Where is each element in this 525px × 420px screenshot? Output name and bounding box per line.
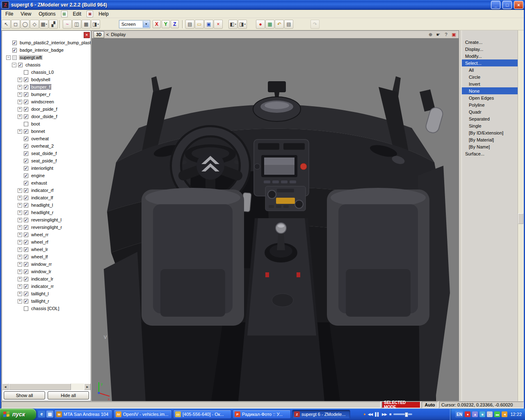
- checkbox-unchecked[interactable]: [24, 70, 28, 75]
- views-dropdown-icon[interactable]: ◨▾: [91, 20, 100, 29]
- network-tray-icon[interactable]: ▬: [494, 411, 500, 417]
- plugins-menu-icon[interactable]: ▣: [87, 11, 93, 17]
- expand-plus-icon[interactable]: +: [18, 78, 22, 82]
- command-item-by-id-extension[interactable]: [By ID/Extension]: [462, 129, 518, 136]
- tree-item-indicator-rr[interactable]: +✓indicator_rr: [2, 283, 91, 290]
- select-quad-icon[interactable]: ◻: [11, 20, 20, 29]
- save-file-icon[interactable]: ▣: [204, 20, 213, 29]
- checkbox-checked[interactable]: ✓: [24, 78, 28, 82]
- tree-item-exhaust[interactable]: ✓exhaust: [2, 179, 91, 187]
- checkbox-checked[interactable]: ✓: [24, 129, 28, 134]
- command-item-invert[interactable]: Invert: [462, 80, 518, 87]
- checkbox-checked[interactable]: ✓: [24, 159, 28, 163]
- expand-plus-icon[interactable]: +: [18, 299, 22, 304]
- expand-plus-icon[interactable]: +: [18, 247, 22, 252]
- tree-item-chassis-col[interactable]: chassis [COL]: [2, 305, 91, 312]
- tree-item-wheel-rr[interactable]: +✓wheel_rr: [2, 231, 91, 238]
- notes-icon[interactable]: ▤: [284, 20, 293, 29]
- command-item-separated[interactable]: Separated: [462, 115, 518, 122]
- checkbox-checked[interactable]: ✓: [24, 173, 28, 178]
- task-button-supergt-6-zmodele[interactable]: Zsupergt 6 - ZModele...: [292, 410, 350, 419]
- player-pause-icon[interactable]: ▌▌: [375, 411, 379, 417]
- player-volume-slider-thumb[interactable]: [405, 412, 408, 417]
- command-item-select[interactable]: Select...: [462, 59, 518, 66]
- maximize-button[interactable]: □: [502, 1, 512, 9]
- player-volume-slider[interactable]: [393, 413, 412, 415]
- tree-item-taillight-l[interactable]: +✓taillight_l: [2, 290, 91, 297]
- expand-plus-icon[interactable]: +: [18, 85, 22, 89]
- checkbox-unchecked[interactable]: [24, 306, 28, 311]
- viewport-canvas[interactable]: V: [91, 39, 459, 401]
- help-icon[interactable]: ?: [443, 32, 449, 38]
- tree-item-engine[interactable]: ✓engine: [2, 172, 91, 179]
- expand-plus-icon[interactable]: +: [18, 284, 22, 289]
- checkbox-checked[interactable]: ✓: [24, 269, 28, 274]
- tree-item-taillight-r[interactable]: +✓taillight_r: [2, 297, 91, 305]
- checkbox-checked[interactable]: ✓: [24, 188, 28, 193]
- tree-item-indicator-lr[interactable]: +✓indicator_lr: [2, 275, 91, 283]
- checkbox-checked[interactable]: ✓: [24, 292, 28, 296]
- tree-item-wheel-lr[interactable]: +✓wheel_lr: [2, 246, 91, 253]
- tree-item-indicator-rf[interactable]: +✓indicator_rf: [2, 187, 91, 194]
- checkbox-checked[interactable]: ✓: [24, 181, 28, 185]
- volume-tray-icon[interactable]: ◄: [502, 411, 507, 417]
- player-prev-icon[interactable]: ◀◀: [368, 411, 372, 417]
- tree-item-indicator-lf[interactable]: +✓indicator_lf: [2, 194, 91, 201]
- record-icon[interactable]: ●: [256, 20, 265, 29]
- tree-item-badge-interior-badge[interactable]: ✓badge_interior_badge: [2, 46, 91, 54]
- checkbox-checked[interactable]: ✓: [24, 255, 28, 259]
- axis-z-button[interactable]: Z: [171, 20, 179, 28]
- tree-item-headlight-r[interactable]: +✓headlight_r: [2, 209, 91, 216]
- player-next-icon[interactable]: ▶▶: [382, 411, 387, 417]
- tree-item-seat-pside-f[interactable]: ✓seat_pside_f: [2, 157, 91, 164]
- tree-item-window-rr[interactable]: +✓window_rr: [2, 260, 91, 268]
- select-circle-icon[interactable]: ◯: [21, 20, 30, 29]
- expand-plus-icon[interactable]: +: [18, 269, 22, 274]
- tree-item-supergt-wft[interactable]: −supergt.wft: [2, 54, 91, 61]
- expand-plus-icon[interactable]: +: [18, 114, 22, 119]
- select-poly-icon[interactable]: ◇: [30, 20, 39, 29]
- close-button[interactable]: ×: [514, 1, 523, 9]
- select-arrow-icon[interactable]: ↖: [2, 20, 11, 29]
- checkbox-checked[interactable]: ✓: [24, 284, 28, 289]
- scroll-left-arrow[interactable]: ◄: [2, 383, 9, 390]
- start-button[interactable]: пуск: [0, 409, 36, 420]
- expand-plus-icon[interactable]: +: [18, 107, 22, 112]
- close-panel-icon[interactable]: ×: [84, 32, 90, 38]
- command-item-modify[interactable]: Modify...: [462, 52, 518, 59]
- tree-item-bodyshell[interactable]: +✓bodyshell: [2, 76, 91, 83]
- graphics-tray-icon[interactable]: ■: [479, 411, 485, 417]
- open-file-icon[interactable]: ▭: [195, 20, 204, 29]
- task-button-405-556-640-ок[interactable]: ▭[405-556-640] - Ок...: [173, 410, 231, 419]
- checkbox-checked[interactable]: ✓: [24, 218, 28, 222]
- expand-plus-icon[interactable]: +: [18, 92, 22, 97]
- tree-item-overheat-2[interactable]: ✓overheat_2: [2, 142, 91, 150]
- show-desktop-icon[interactable]: ▤: [46, 411, 53, 418]
- delete-icon[interactable]: ×: [214, 20, 223, 29]
- checkbox-checked[interactable]: ✓: [12, 41, 17, 45]
- command-item-all[interactable]: All: [462, 66, 518, 73]
- screen-dropdown[interactable]: Screen ▼: [119, 20, 150, 28]
- player-icon[interactable]: ●: [363, 411, 365, 417]
- checkbox-checked[interactable]: ✓: [12, 48, 17, 52]
- checkbox-checked[interactable]: ✓: [24, 137, 28, 141]
- checkbox-checked[interactable]: ✓: [24, 277, 28, 281]
- checkbox-checked[interactable]: ✓: [24, 144, 28, 148]
- tree-item-window-lr[interactable]: +✓window_lr: [2, 268, 91, 275]
- view-back-arrow[interactable]: <: [106, 32, 109, 37]
- expand-plus-icon[interactable]: +: [18, 233, 22, 237]
- ie-quick-icon[interactable]: e: [38, 411, 45, 418]
- expand-plus-icon[interactable]: +: [18, 255, 22, 259]
- zoom-icon[interactable]: ⊕: [427, 32, 434, 38]
- command-item-single[interactable]: Single: [462, 122, 518, 129]
- command-item-display[interactable]: Display...: [462, 46, 518, 52]
- tree-item-windscreen[interactable]: +✓windscreen: [2, 98, 91, 105]
- command-item-by-material[interactable]: [By Material]: [462, 136, 518, 143]
- expand-plus-icon[interactable]: +: [18, 277, 22, 281]
- expand-plus-icon[interactable]: +: [18, 218, 22, 222]
- minimize-button[interactable]: _: [491, 1, 500, 9]
- tree-item-overheat[interactable]: ✓overheat: [2, 135, 91, 142]
- tree-item-wheel-rf[interactable]: +✓wheel_rf: [2, 238, 91, 246]
- checkbox-unchecked[interactable]: [24, 122, 28, 126]
- checkbox-checked[interactable]: ✓: [24, 240, 28, 244]
